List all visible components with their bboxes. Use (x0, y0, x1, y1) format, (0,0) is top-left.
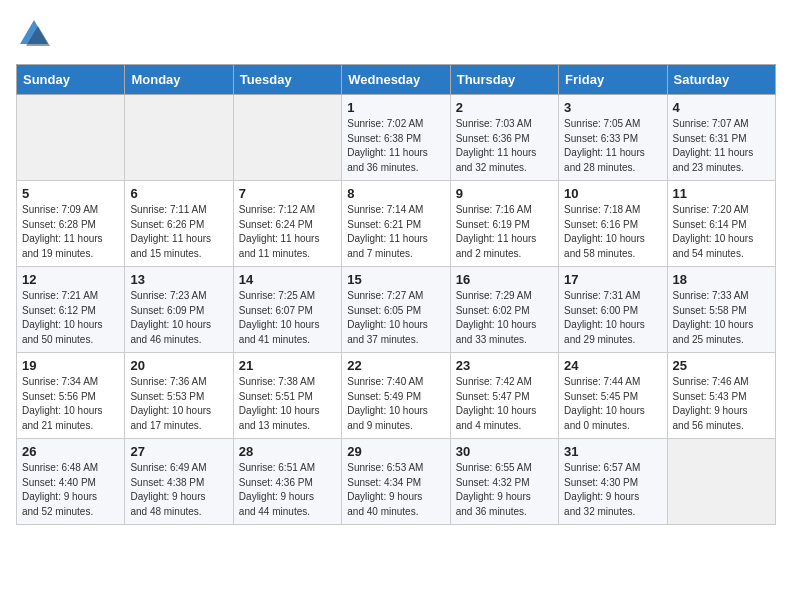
calendar-cell: 8Sunrise: 7:14 AM Sunset: 6:21 PM Daylig… (342, 181, 450, 267)
calendar-body: 1Sunrise: 7:02 AM Sunset: 6:38 PM Daylig… (17, 95, 776, 525)
calendar-cell: 3Sunrise: 7:05 AM Sunset: 6:33 PM Daylig… (559, 95, 667, 181)
day-number: 19 (22, 358, 119, 373)
day-of-week-header: Sunday (17, 65, 125, 95)
calendar-week-row: 19Sunrise: 7:34 AM Sunset: 5:56 PM Dayli… (17, 353, 776, 439)
day-info: Sunrise: 7:07 AM Sunset: 6:31 PM Dayligh… (673, 117, 770, 175)
calendar-cell: 5Sunrise: 7:09 AM Sunset: 6:28 PM Daylig… (17, 181, 125, 267)
calendar-cell: 28Sunrise: 6:51 AM Sunset: 4:36 PM Dayli… (233, 439, 341, 525)
calendar-cell: 20Sunrise: 7:36 AM Sunset: 5:53 PM Dayli… (125, 353, 233, 439)
calendar-week-row: 5Sunrise: 7:09 AM Sunset: 6:28 PM Daylig… (17, 181, 776, 267)
day-info: Sunrise: 7:05 AM Sunset: 6:33 PM Dayligh… (564, 117, 661, 175)
calendar-cell: 1Sunrise: 7:02 AM Sunset: 6:38 PM Daylig… (342, 95, 450, 181)
day-number: 30 (456, 444, 553, 459)
calendar-cell: 30Sunrise: 6:55 AM Sunset: 4:32 PM Dayli… (450, 439, 558, 525)
logo (16, 16, 58, 52)
day-info: Sunrise: 7:25 AM Sunset: 6:07 PM Dayligh… (239, 289, 336, 347)
day-number: 28 (239, 444, 336, 459)
day-number: 9 (456, 186, 553, 201)
calendar-week-row: 1Sunrise: 7:02 AM Sunset: 6:38 PM Daylig… (17, 95, 776, 181)
calendar-week-row: 12Sunrise: 7:21 AM Sunset: 6:12 PM Dayli… (17, 267, 776, 353)
day-info: Sunrise: 6:57 AM Sunset: 4:30 PM Dayligh… (564, 461, 661, 519)
day-number: 5 (22, 186, 119, 201)
day-number: 12 (22, 272, 119, 287)
day-info: Sunrise: 6:49 AM Sunset: 4:38 PM Dayligh… (130, 461, 227, 519)
day-number: 14 (239, 272, 336, 287)
day-info: Sunrise: 7:03 AM Sunset: 6:36 PM Dayligh… (456, 117, 553, 175)
calendar-cell: 12Sunrise: 7:21 AM Sunset: 6:12 PM Dayli… (17, 267, 125, 353)
day-of-week-header: Tuesday (233, 65, 341, 95)
day-number: 11 (673, 186, 770, 201)
calendar-cell (17, 95, 125, 181)
day-number: 16 (456, 272, 553, 287)
day-number: 17 (564, 272, 661, 287)
calendar-cell: 21Sunrise: 7:38 AM Sunset: 5:51 PM Dayli… (233, 353, 341, 439)
day-info: Sunrise: 7:16 AM Sunset: 6:19 PM Dayligh… (456, 203, 553, 261)
day-info: Sunrise: 7:27 AM Sunset: 6:05 PM Dayligh… (347, 289, 444, 347)
calendar-cell: 2Sunrise: 7:03 AM Sunset: 6:36 PM Daylig… (450, 95, 558, 181)
day-info: Sunrise: 7:11 AM Sunset: 6:26 PM Dayligh… (130, 203, 227, 261)
day-info: Sunrise: 7:46 AM Sunset: 5:43 PM Dayligh… (673, 375, 770, 433)
day-info: Sunrise: 6:53 AM Sunset: 4:34 PM Dayligh… (347, 461, 444, 519)
day-number: 6 (130, 186, 227, 201)
day-of-week-header: Friday (559, 65, 667, 95)
calendar-cell: 19Sunrise: 7:34 AM Sunset: 5:56 PM Dayli… (17, 353, 125, 439)
day-info: Sunrise: 6:48 AM Sunset: 4:40 PM Dayligh… (22, 461, 119, 519)
day-info: Sunrise: 7:02 AM Sunset: 6:38 PM Dayligh… (347, 117, 444, 175)
day-info: Sunrise: 7:42 AM Sunset: 5:47 PM Dayligh… (456, 375, 553, 433)
day-number: 2 (456, 100, 553, 115)
day-number: 18 (673, 272, 770, 287)
calendar-cell: 17Sunrise: 7:31 AM Sunset: 6:00 PM Dayli… (559, 267, 667, 353)
calendar-cell: 13Sunrise: 7:23 AM Sunset: 6:09 PM Dayli… (125, 267, 233, 353)
calendar-cell: 24Sunrise: 7:44 AM Sunset: 5:45 PM Dayli… (559, 353, 667, 439)
day-info: Sunrise: 7:14 AM Sunset: 6:21 PM Dayligh… (347, 203, 444, 261)
day-info: Sunrise: 6:51 AM Sunset: 4:36 PM Dayligh… (239, 461, 336, 519)
day-number: 31 (564, 444, 661, 459)
day-of-week-header: Saturday (667, 65, 775, 95)
calendar-cell: 10Sunrise: 7:18 AM Sunset: 6:16 PM Dayli… (559, 181, 667, 267)
calendar-cell: 15Sunrise: 7:27 AM Sunset: 6:05 PM Dayli… (342, 267, 450, 353)
day-of-week-header: Thursday (450, 65, 558, 95)
day-info: Sunrise: 7:38 AM Sunset: 5:51 PM Dayligh… (239, 375, 336, 433)
day-info: Sunrise: 7:18 AM Sunset: 6:16 PM Dayligh… (564, 203, 661, 261)
page-header (16, 16, 776, 52)
day-number: 22 (347, 358, 444, 373)
day-of-week-header: Wednesday (342, 65, 450, 95)
day-number: 3 (564, 100, 661, 115)
day-info: Sunrise: 7:40 AM Sunset: 5:49 PM Dayligh… (347, 375, 444, 433)
calendar-cell: 27Sunrise: 6:49 AM Sunset: 4:38 PM Dayli… (125, 439, 233, 525)
day-info: Sunrise: 7:33 AM Sunset: 5:58 PM Dayligh… (673, 289, 770, 347)
day-info: Sunrise: 7:29 AM Sunset: 6:02 PM Dayligh… (456, 289, 553, 347)
day-number: 27 (130, 444, 227, 459)
day-number: 24 (564, 358, 661, 373)
day-info: Sunrise: 7:23 AM Sunset: 6:09 PM Dayligh… (130, 289, 227, 347)
day-number: 7 (239, 186, 336, 201)
day-info: Sunrise: 7:12 AM Sunset: 6:24 PM Dayligh… (239, 203, 336, 261)
calendar-cell: 4Sunrise: 7:07 AM Sunset: 6:31 PM Daylig… (667, 95, 775, 181)
day-info: Sunrise: 7:44 AM Sunset: 5:45 PM Dayligh… (564, 375, 661, 433)
calendar-cell: 7Sunrise: 7:12 AM Sunset: 6:24 PM Daylig… (233, 181, 341, 267)
calendar-cell: 14Sunrise: 7:25 AM Sunset: 6:07 PM Dayli… (233, 267, 341, 353)
day-info: Sunrise: 7:09 AM Sunset: 6:28 PM Dayligh… (22, 203, 119, 261)
day-number: 4 (673, 100, 770, 115)
logo-icon (16, 16, 52, 52)
day-number: 25 (673, 358, 770, 373)
day-number: 8 (347, 186, 444, 201)
calendar-cell: 16Sunrise: 7:29 AM Sunset: 6:02 PM Dayli… (450, 267, 558, 353)
calendar-cell: 31Sunrise: 6:57 AM Sunset: 4:30 PM Dayli… (559, 439, 667, 525)
calendar-table: SundayMondayTuesdayWednesdayThursdayFrid… (16, 64, 776, 525)
day-number: 10 (564, 186, 661, 201)
day-number: 15 (347, 272, 444, 287)
calendar-week-row: 26Sunrise: 6:48 AM Sunset: 4:40 PM Dayli… (17, 439, 776, 525)
calendar-cell: 23Sunrise: 7:42 AM Sunset: 5:47 PM Dayli… (450, 353, 558, 439)
day-number: 23 (456, 358, 553, 373)
day-number: 1 (347, 100, 444, 115)
day-number: 20 (130, 358, 227, 373)
day-info: Sunrise: 7:21 AM Sunset: 6:12 PM Dayligh… (22, 289, 119, 347)
calendar-cell: 18Sunrise: 7:33 AM Sunset: 5:58 PM Dayli… (667, 267, 775, 353)
day-info: Sunrise: 7:36 AM Sunset: 5:53 PM Dayligh… (130, 375, 227, 433)
day-info: Sunrise: 7:20 AM Sunset: 6:14 PM Dayligh… (673, 203, 770, 261)
calendar-header-row: SundayMondayTuesdayWednesdayThursdayFrid… (17, 65, 776, 95)
calendar-cell (667, 439, 775, 525)
calendar-cell: 22Sunrise: 7:40 AM Sunset: 5:49 PM Dayli… (342, 353, 450, 439)
calendar-cell (125, 95, 233, 181)
